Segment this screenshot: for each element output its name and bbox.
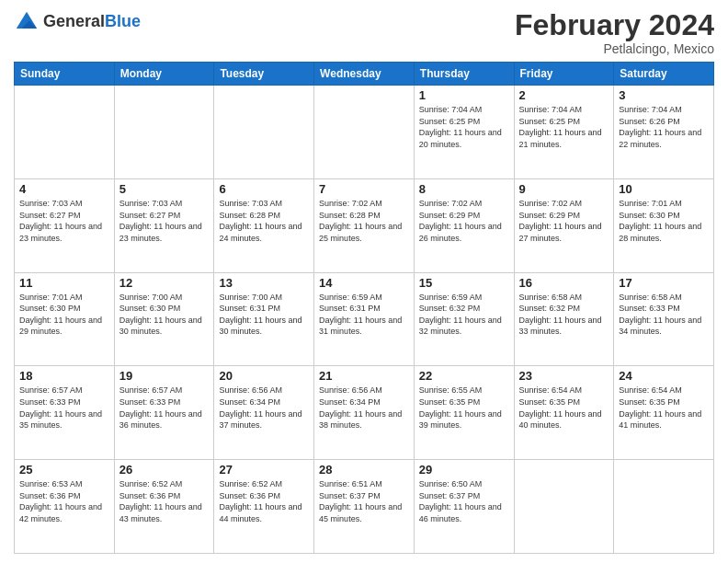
calendar-cell: 21Sunrise: 6:56 AM Sunset: 6:34 PM Dayli… <box>314 366 415 460</box>
day-number: 16 <box>519 276 609 290</box>
day-info: Sunrise: 6:58 AM Sunset: 6:33 PM Dayligh… <box>619 292 709 338</box>
day-info: Sunrise: 6:52 AM Sunset: 6:36 PM Dayligh… <box>219 478 309 524</box>
day-info: Sunrise: 7:01 AM Sunset: 6:30 PM Dayligh… <box>619 198 709 244</box>
day-number: 4 <box>19 182 109 196</box>
week-row-5: 25Sunrise: 6:53 AM Sunset: 6:36 PM Dayli… <box>15 460 714 554</box>
logo-text: GeneralBlue <box>43 13 141 31</box>
day-info: Sunrise: 7:02 AM Sunset: 6:28 PM Dayligh… <box>319 198 409 244</box>
calendar-cell: 17Sunrise: 6:58 AM Sunset: 6:33 PM Dayli… <box>614 272 714 366</box>
day-header-saturday: Saturday <box>614 63 714 86</box>
day-header-friday: Friday <box>514 63 614 86</box>
logo: GeneralBlue <box>14 9 141 35</box>
week-row-2: 4Sunrise: 7:03 AM Sunset: 6:27 PM Daylig… <box>15 178 714 272</box>
calendar-cell: 9Sunrise: 7:02 AM Sunset: 6:29 PM Daylig… <box>514 178 614 272</box>
week-row-3: 11Sunrise: 7:01 AM Sunset: 6:30 PM Dayli… <box>15 272 714 366</box>
calendar-cell: 28Sunrise: 6:51 AM Sunset: 6:37 PM Dayli… <box>314 460 415 554</box>
day-info: Sunrise: 7:03 AM Sunset: 6:27 PM Dayligh… <box>19 198 109 244</box>
day-number: 2 <box>519 88 609 102</box>
calendar-cell: 11Sunrise: 7:01 AM Sunset: 6:30 PM Dayli… <box>15 272 115 366</box>
day-number: 11 <box>19 276 109 290</box>
day-info: Sunrise: 7:01 AM Sunset: 6:30 PM Dayligh… <box>19 292 109 338</box>
calendar-cell: 12Sunrise: 7:00 AM Sunset: 6:30 PM Dayli… <box>114 272 214 366</box>
calendar: SundayMondayTuesdayWednesdayThursdayFrid… <box>14 62 714 554</box>
day-number: 19 <box>119 369 210 383</box>
calendar-cell: 10Sunrise: 7:01 AM Sunset: 6:30 PM Dayli… <box>614 178 714 272</box>
calendar-cell: 1Sunrise: 7:04 AM Sunset: 6:25 PM Daylig… <box>414 86 514 179</box>
page: GeneralBlue February 2024 Petlalcingo, M… <box>0 0 728 563</box>
day-info: Sunrise: 6:52 AM Sunset: 6:36 PM Dayligh… <box>119 478 210 524</box>
day-number: 24 <box>619 369 709 383</box>
day-info: Sunrise: 6:58 AM Sunset: 6:32 PM Dayligh… <box>519 292 609 338</box>
day-info: Sunrise: 7:03 AM Sunset: 6:28 PM Dayligh… <box>219 198 309 244</box>
week-row-1: 1Sunrise: 7:04 AM Sunset: 6:25 PM Daylig… <box>15 86 714 179</box>
day-number: 12 <box>119 276 210 290</box>
day-number: 25 <box>19 463 109 477</box>
day-number: 7 <box>319 182 409 196</box>
calendar-cell: 7Sunrise: 7:02 AM Sunset: 6:28 PM Daylig… <box>314 178 415 272</box>
day-info: Sunrise: 6:54 AM Sunset: 6:35 PM Dayligh… <box>519 385 609 431</box>
day-header-sunday: Sunday <box>15 63 115 86</box>
day-info: Sunrise: 7:00 AM Sunset: 6:31 PM Dayligh… <box>219 292 309 338</box>
calendar-cell: 29Sunrise: 6:50 AM Sunset: 6:37 PM Dayli… <box>414 460 514 554</box>
day-number: 9 <box>519 182 609 196</box>
calendar-cell: 19Sunrise: 6:57 AM Sunset: 6:33 PM Dayli… <box>114 366 214 460</box>
calendar-cell: 26Sunrise: 6:52 AM Sunset: 6:36 PM Dayli… <box>114 460 214 554</box>
day-info: Sunrise: 6:53 AM Sunset: 6:36 PM Dayligh… <box>19 478 109 524</box>
day-info: Sunrise: 7:04 AM Sunset: 6:25 PM Dayligh… <box>419 104 509 150</box>
day-info: Sunrise: 6:56 AM Sunset: 6:34 PM Dayligh… <box>319 385 409 431</box>
day-info: Sunrise: 6:54 AM Sunset: 6:35 PM Dayligh… <box>619 385 709 431</box>
day-info: Sunrise: 7:04 AM Sunset: 6:26 PM Dayligh… <box>619 104 709 150</box>
day-info: Sunrise: 7:00 AM Sunset: 6:30 PM Dayligh… <box>119 292 210 338</box>
calendar-cell <box>214 86 314 179</box>
day-number: 22 <box>419 369 509 383</box>
calendar-cell: 16Sunrise: 6:58 AM Sunset: 6:32 PM Dayli… <box>514 272 614 366</box>
day-number: 28 <box>319 463 409 477</box>
day-number: 10 <box>619 182 709 196</box>
calendar-cell: 15Sunrise: 6:59 AM Sunset: 6:32 PM Dayli… <box>414 272 514 366</box>
week-row-4: 18Sunrise: 6:57 AM Sunset: 6:33 PM Dayli… <box>15 366 714 460</box>
day-number: 14 <box>319 276 409 290</box>
day-info: Sunrise: 6:57 AM Sunset: 6:33 PM Dayligh… <box>19 385 109 431</box>
day-number: 6 <box>219 182 309 196</box>
calendar-cell: 23Sunrise: 6:54 AM Sunset: 6:35 PM Dayli… <box>514 366 614 460</box>
calendar-cell: 18Sunrise: 6:57 AM Sunset: 6:33 PM Dayli… <box>15 366 115 460</box>
day-header-tuesday: Tuesday <box>214 63 314 86</box>
calendar-cell <box>15 86 115 179</box>
day-info: Sunrise: 6:55 AM Sunset: 6:35 PM Dayligh… <box>419 385 509 431</box>
title-block: February 2024 Petlalcingo, Mexico <box>515 9 714 56</box>
calendar-cell: 6Sunrise: 7:03 AM Sunset: 6:28 PM Daylig… <box>214 178 314 272</box>
day-info: Sunrise: 7:04 AM Sunset: 6:25 PM Dayligh… <box>519 104 609 150</box>
month-title: February 2024 <box>515 9 714 41</box>
calendar-cell <box>314 86 415 179</box>
day-info: Sunrise: 7:03 AM Sunset: 6:27 PM Dayligh… <box>119 198 210 244</box>
day-number: 26 <box>119 463 210 477</box>
day-info: Sunrise: 6:59 AM Sunset: 6:32 PM Dayligh… <box>419 292 509 338</box>
calendar-cell: 13Sunrise: 7:00 AM Sunset: 6:31 PM Dayli… <box>214 272 314 366</box>
calendar-cell: 22Sunrise: 6:55 AM Sunset: 6:35 PM Dayli… <box>414 366 514 460</box>
calendar-cell: 20Sunrise: 6:56 AM Sunset: 6:34 PM Dayli… <box>214 366 314 460</box>
calendar-cell: 8Sunrise: 7:02 AM Sunset: 6:29 PM Daylig… <box>414 178 514 272</box>
day-number: 27 <box>219 463 309 477</box>
day-header-wednesday: Wednesday <box>314 63 415 86</box>
day-info: Sunrise: 7:02 AM Sunset: 6:29 PM Dayligh… <box>419 198 509 244</box>
day-number: 20 <box>219 369 309 383</box>
day-header-thursday: Thursday <box>414 63 514 86</box>
day-info: Sunrise: 7:02 AM Sunset: 6:29 PM Dayligh… <box>519 198 609 244</box>
location: Petlalcingo, Mexico <box>515 41 714 56</box>
day-info: Sunrise: 6:57 AM Sunset: 6:33 PM Dayligh… <box>119 385 210 431</box>
day-header-monday: Monday <box>114 63 214 86</box>
calendar-cell: 4Sunrise: 7:03 AM Sunset: 6:27 PM Daylig… <box>15 178 115 272</box>
calendar-cell: 3Sunrise: 7:04 AM Sunset: 6:26 PM Daylig… <box>614 86 714 179</box>
day-number: 5 <box>119 182 210 196</box>
day-number: 13 <box>219 276 309 290</box>
calendar-cell: 5Sunrise: 7:03 AM Sunset: 6:27 PM Daylig… <box>114 178 214 272</box>
day-number: 3 <box>619 88 709 102</box>
calendar-cell: 14Sunrise: 6:59 AM Sunset: 6:31 PM Dayli… <box>314 272 415 366</box>
day-number: 21 <box>319 369 409 383</box>
calendar-cell: 27Sunrise: 6:52 AM Sunset: 6:36 PM Dayli… <box>214 460 314 554</box>
calendar-body: 1Sunrise: 7:04 AM Sunset: 6:25 PM Daylig… <box>15 86 714 554</box>
calendar-cell: 2Sunrise: 7:04 AM Sunset: 6:25 PM Daylig… <box>514 86 614 179</box>
day-info: Sunrise: 6:56 AM Sunset: 6:34 PM Dayligh… <box>219 385 309 431</box>
day-number: 17 <box>619 276 709 290</box>
calendar-cell: 25Sunrise: 6:53 AM Sunset: 6:36 PM Dayli… <box>15 460 115 554</box>
